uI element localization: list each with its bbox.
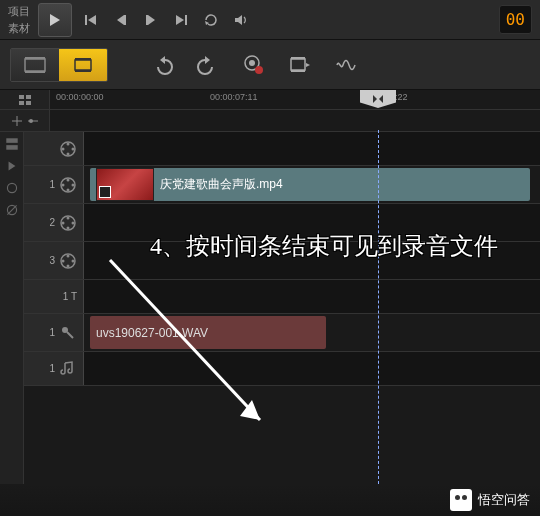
voice-track-1: 1 uvs190627-001.WAV bbox=[24, 314, 540, 352]
svg-rect-1 bbox=[85, 15, 87, 25]
svg-marker-10 bbox=[235, 15, 242, 25]
svg-rect-22 bbox=[291, 59, 305, 70]
svg-point-60 bbox=[67, 264, 70, 267]
overlay-track-2-body[interactable] bbox=[84, 204, 540, 241]
svg-point-48 bbox=[67, 178, 70, 181]
svg-point-44 bbox=[72, 147, 75, 150]
batch-convert-button[interactable] bbox=[286, 51, 314, 79]
svg-marker-6 bbox=[148, 15, 155, 25]
ruler-controls[interactable] bbox=[0, 90, 50, 109]
reel-icon bbox=[59, 176, 77, 194]
track-label: 2 bbox=[49, 217, 55, 228]
gutter-enable-icon[interactable] bbox=[4, 180, 20, 196]
reel-icon bbox=[59, 252, 77, 270]
zoom-tool-icon[interactable] bbox=[10, 114, 24, 128]
step-back-button[interactable] bbox=[108, 7, 134, 33]
reel-icon bbox=[59, 214, 77, 232]
track-tools bbox=[0, 110, 50, 131]
svg-rect-12 bbox=[25, 57, 45, 59]
timecode-display[interactable]: 00 bbox=[499, 5, 532, 34]
gutter-collapse-icon[interactable] bbox=[4, 158, 20, 174]
svg-point-56 bbox=[62, 221, 65, 224]
clip-label: 庆党建歌曲会声版.mp4 bbox=[160, 176, 283, 193]
playhead-marker[interactable] bbox=[360, 90, 396, 108]
svg-point-53 bbox=[67, 216, 70, 219]
svg-point-20 bbox=[249, 60, 255, 66]
reel-icon bbox=[59, 140, 77, 158]
svg-point-51 bbox=[62, 183, 65, 186]
step-forward-button[interactable] bbox=[138, 7, 164, 33]
play-button[interactable] bbox=[38, 3, 72, 37]
tool-icons bbox=[148, 51, 360, 79]
svg-marker-31 bbox=[379, 95, 383, 103]
svg-rect-23 bbox=[291, 57, 305, 59]
view-mode-tabs bbox=[10, 48, 108, 82]
overlay-track-2: 2 bbox=[24, 204, 540, 242]
audio-clip-1[interactable]: uvs190627-001.WAV bbox=[90, 316, 326, 349]
overlay-track-2-head[interactable]: 2 bbox=[24, 204, 84, 241]
overlay-track-3-body[interactable] bbox=[84, 242, 540, 279]
music-track-1-body[interactable] bbox=[84, 352, 540, 385]
timeline-toolbar bbox=[0, 40, 540, 90]
master-track bbox=[24, 132, 540, 166]
voice-track-1-head[interactable]: 1 bbox=[24, 314, 84, 351]
playhead-line[interactable] bbox=[378, 130, 379, 484]
zoom-slider-icon[interactable] bbox=[26, 114, 40, 128]
title-track-1: 1 T bbox=[24, 280, 540, 314]
svg-point-50 bbox=[67, 188, 70, 191]
ruler-t0: 00:00:00:00 bbox=[56, 92, 104, 102]
svg-marker-30 bbox=[373, 95, 377, 103]
redo-button[interactable] bbox=[194, 51, 222, 79]
title-track-1-head[interactable]: 1 T bbox=[24, 280, 84, 313]
track-label: 1 bbox=[49, 179, 55, 190]
gutter-toggle-icon[interactable] bbox=[4, 136, 20, 152]
svg-marker-3 bbox=[117, 15, 124, 25]
svg-point-61 bbox=[62, 259, 65, 262]
svg-rect-36 bbox=[6, 138, 17, 143]
timeline-ruler[interactable]: 00:00:00:00 00:00:07:11 00:00:14:22 bbox=[50, 90, 540, 109]
video-track-1-head[interactable]: 1 bbox=[24, 166, 84, 203]
material-label[interactable]: 素材 bbox=[8, 20, 30, 37]
video-track-1-body[interactable]: 庆党建歌曲会声版.mp4 bbox=[84, 166, 540, 203]
svg-point-39 bbox=[7, 183, 16, 192]
svg-rect-28 bbox=[19, 101, 24, 105]
timeline-tab[interactable] bbox=[59, 49, 107, 81]
master-track-head[interactable] bbox=[24, 132, 84, 165]
svg-marker-17 bbox=[160, 56, 165, 64]
master-track-body[interactable] bbox=[84, 132, 540, 165]
watermark-text: 悟空问答 bbox=[478, 491, 530, 509]
go-start-button[interactable] bbox=[78, 7, 104, 33]
svg-rect-37 bbox=[6, 145, 17, 150]
svg-rect-15 bbox=[75, 58, 91, 60]
loop-button[interactable] bbox=[198, 7, 224, 33]
svg-rect-8 bbox=[185, 15, 187, 25]
audio-mixer-button[interactable] bbox=[332, 51, 360, 79]
watermark: 悟空问答 bbox=[0, 484, 540, 516]
svg-rect-14 bbox=[75, 60, 91, 70]
overlay-track-3-head[interactable]: 3 bbox=[24, 242, 84, 279]
undo-button[interactable] bbox=[148, 51, 176, 79]
svg-rect-16 bbox=[75, 70, 91, 72]
svg-point-58 bbox=[67, 254, 70, 257]
svg-point-54 bbox=[72, 221, 75, 224]
gutter-disable-icon[interactable] bbox=[4, 202, 20, 218]
title-track-1-body[interactable] bbox=[84, 280, 540, 313]
music-track-1-head[interactable]: 1 bbox=[24, 352, 84, 385]
project-label[interactable]: 项目 bbox=[8, 3, 30, 20]
svg-point-46 bbox=[62, 147, 65, 150]
voice-track-1-body[interactable]: uvs190627-001.WAV bbox=[84, 314, 540, 351]
svg-marker-38 bbox=[8, 161, 15, 170]
tracks: 1 庆党建歌曲会声版.mp4 2 3 bbox=[24, 132, 540, 484]
svg-point-45 bbox=[67, 152, 70, 155]
timeline-ruler-row: 00:00:00:00 00:00:07:11 00:00:14:22 bbox=[0, 90, 540, 110]
svg-marker-7 bbox=[176, 15, 184, 25]
gutter bbox=[0, 132, 24, 484]
record-button[interactable] bbox=[240, 51, 268, 79]
go-end-button[interactable] bbox=[168, 7, 194, 33]
svg-rect-5 bbox=[146, 15, 148, 25]
storyboard-tab[interactable] bbox=[11, 49, 59, 81]
video-clip-1[interactable]: 庆党建歌曲会声版.mp4 bbox=[90, 168, 530, 201]
svg-rect-29 bbox=[26, 101, 31, 105]
svg-marker-0 bbox=[50, 14, 60, 26]
volume-button[interactable] bbox=[228, 7, 254, 33]
